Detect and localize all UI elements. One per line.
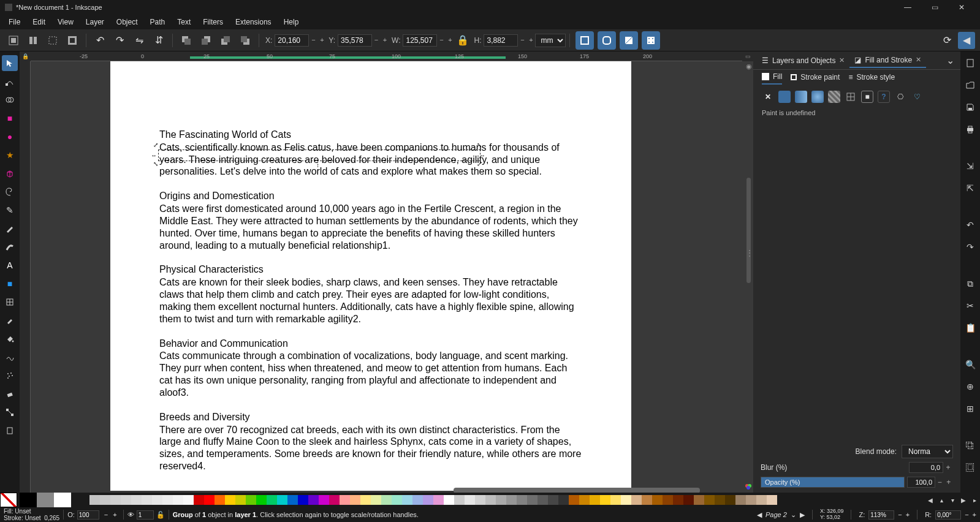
w-input[interactable] (403, 34, 437, 47)
layer-num[interactable] (137, 510, 154, 520)
paint-mesh[interactable] (845, 91, 857, 103)
palette-swatch[interactable] (256, 495, 267, 505)
palette-swatch[interactable] (600, 495, 610, 505)
handle-se[interactable]: ⤢ (477, 161, 483, 167)
star-tool[interactable]: ★ (2, 147, 18, 163)
flip-v-icon[interactable]: ⇵ (150, 32, 167, 49)
lower-bottom-icon[interactable] (237, 32, 254, 49)
zoom-page-icon[interactable]: ⊞ (963, 402, 977, 415)
palette-black-swatch[interactable] (20, 493, 37, 507)
flip-h-icon[interactable]: ⇋ (131, 32, 148, 49)
palette-swatch[interactable] (683, 495, 694, 505)
zoom-input[interactable] (868, 510, 894, 520)
move-gradients-icon[interactable] (620, 31, 638, 50)
rotate-cw-icon[interactable]: ↷ (111, 32, 128, 49)
maximize-button[interactable]: ▭ (921, 0, 948, 15)
x-minus[interactable]: − (309, 36, 317, 45)
handle-w[interactable]: ↔ (151, 152, 157, 158)
palette-swatch[interactable] (121, 495, 131, 505)
page-prev[interactable]: ◀ (757, 511, 762, 519)
h-minus[interactable]: − (518, 36, 526, 45)
palette-swatch[interactable] (621, 495, 631, 505)
select-all-layers-icon[interactable] (5, 32, 22, 49)
menu-filters[interactable]: Filters (197, 15, 229, 29)
status-stroke-val[interactable]: Unset (25, 515, 40, 521)
palette-swatch[interactable] (392, 495, 402, 505)
raise-top-icon[interactable] (178, 32, 195, 49)
rotate-ccw-icon[interactable]: ↶ (91, 32, 108, 49)
z-plus[interactable]: + (906, 511, 910, 518)
paint-bucket-tool[interactable] (2, 331, 18, 347)
palette-swatch[interactable] (350, 495, 360, 505)
close-icon[interactable]: ✕ (916, 56, 921, 64)
status-fill-val[interactable]: Unset (15, 508, 31, 515)
pen-tool[interactable] (2, 221, 18, 236)
page-chevron-down-icon[interactable]: ⌄ (791, 511, 796, 519)
select-invert-icon[interactable] (64, 32, 81, 49)
z-minus[interactable]: − (898, 511, 902, 518)
palette-swatch[interactable] (517, 495, 527, 505)
palette-swatch[interactable] (235, 495, 246, 505)
palette-swatch[interactable] (715, 495, 725, 505)
gradient-tool[interactable]: ■ (2, 276, 18, 292)
blur-plus[interactable]: + (943, 463, 953, 472)
menu-layer[interactable]: Layer (80, 15, 110, 29)
page-label[interactable]: Page 2 (765, 511, 787, 518)
palette-swatch[interactable] (631, 495, 642, 505)
blur-input[interactable] (909, 462, 943, 473)
palette-swatch[interactable] (756, 495, 767, 505)
save-doc-icon[interactable] (963, 100, 977, 114)
import-icon[interactable]: ⇲ (963, 159, 977, 173)
o-minus[interactable]: − (102, 511, 110, 518)
palette-swatch[interactable] (590, 495, 600, 505)
palette-swatch[interactable] (267, 495, 277, 505)
cms-toggle-icon[interactable]: ◉ (746, 62, 752, 70)
connector-tool[interactable] (2, 404, 18, 420)
r-minus[interactable]: − (965, 511, 968, 518)
lock-ratio-icon[interactable]: 🔒 (457, 34, 469, 46)
paint-unset[interactable]: ⎔ (894, 91, 906, 103)
y-input[interactable] (338, 34, 372, 47)
handle-e[interactable]: ↔ (479, 152, 485, 158)
palette-swatch[interactable] (225, 495, 235, 505)
select-same-icon[interactable] (25, 32, 42, 49)
palette-swatch[interactable] (246, 495, 256, 505)
palette-swatch[interactable] (548, 495, 558, 505)
palette-swatch[interactable] (465, 495, 475, 505)
palette-swatch[interactable] (694, 495, 704, 505)
palette-swatch[interactable] (110, 495, 121, 505)
y-minus[interactable]: − (372, 36, 381, 45)
palette-swatch[interactable] (496, 495, 506, 505)
opacity-value[interactable] (907, 477, 935, 488)
redo-icon[interactable]: ↷ (963, 240, 977, 254)
paint-unknown[interactable]: ? (878, 91, 890, 103)
palette-swatch[interactable] (308, 495, 319, 505)
layer-lock-icon[interactable]: 🔓 (156, 511, 165, 519)
menu-path[interactable]: Path (144, 15, 172, 29)
palette-swatch[interactable] (423, 495, 433, 505)
palette-swatch[interactable] (371, 495, 381, 505)
minimize-button[interactable]: — (894, 0, 921, 15)
ruler-lock-icon[interactable]: 🔒 (20, 51, 31, 61)
dropper-tool[interactable] (2, 312, 18, 328)
palette-swatch[interactable] (360, 495, 371, 505)
palette-swatch[interactable] (475, 495, 485, 505)
palette-swatch[interactable] (579, 495, 590, 505)
palette-swatch[interactable] (652, 495, 663, 505)
palette-swatch[interactable] (89, 495, 100, 505)
color-managed-icon[interactable] (745, 483, 752, 491)
zoom-drawing-icon[interactable]: ⊕ (963, 380, 977, 393)
palette-swatch[interactable] (381, 495, 392, 505)
page-next[interactable]: ▶ (800, 511, 805, 519)
cut-icon[interactable]: ✂ (963, 299, 977, 312)
palette-swatch[interactable] (183, 495, 194, 505)
blend-mode-select[interactable]: Normal (902, 445, 953, 458)
deselect-icon[interactable] (44, 32, 61, 49)
palette-swatch[interactable] (485, 495, 496, 505)
palette-swatch[interactable] (454, 495, 465, 505)
status-stroke-width[interactable]: 0,265 (44, 515, 59, 521)
opacity-minus[interactable]: − (935, 478, 944, 486)
palette-swatch[interactable] (340, 495, 350, 505)
palette-swatch[interactable] (569, 495, 579, 505)
tab-layers-objects[interactable]: ☰ Layers and Objects ✕ (757, 54, 849, 67)
